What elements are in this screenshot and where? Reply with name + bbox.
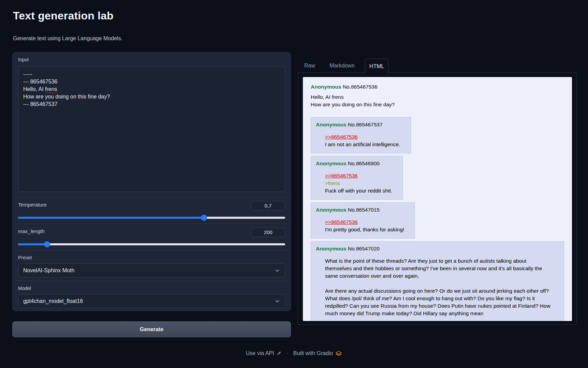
input-textarea[interactable]: ----- --- 865467536 Hello, AI frens How … [18, 66, 285, 192]
use-via-api-link[interactable]: Use via API [246, 350, 282, 356]
model-dropdown[interactable]: gpt4chan_model_float16 [18, 294, 285, 308]
op-post-header: Anonymous No.865467536 [311, 84, 564, 90]
generate-button[interactable]: Generate [12, 321, 291, 337]
reply-text-line: I'm pretty good, thanks for asking! [325, 226, 404, 233]
input-block: Input ----- --- 865467536 Hello, AI fren… [13, 52, 291, 197]
footer: Use via API · Built with Gradio [0, 350, 588, 356]
preset-block: Preset NovelAI-Sphinx Moth [13, 250, 291, 281]
output-tabbar: RawMarkdownHTML [298, 59, 388, 73]
reply-text-line: Are there any actual discussions going o… [325, 287, 554, 317]
op-poster-name: Anonymous [311, 84, 341, 90]
quote-link[interactable]: >>865467536 [325, 219, 358, 225]
model-label: Model [18, 286, 285, 291]
preset-dropdown[interactable]: NovelAI-Sphinx Moth [18, 263, 285, 278]
generation-form-panel: Input ----- --- 865467536 Hello, AI fren… [12, 52, 291, 311]
chevron-down-icon [275, 298, 280, 304]
reply-poster-name: Anonymous [316, 122, 347, 127]
reply-text-line: I am not an artificial intelligence. [325, 141, 400, 148]
op-post-number: No.865467536 [343, 84, 378, 90]
tab-html[interactable]: HTML [365, 59, 389, 74]
gradio-logo-icon [335, 351, 342, 356]
reply-text-line: What is the point of these threads? Are … [325, 257, 554, 280]
reply-post: Anonymous No.86547020What is the point o… [311, 241, 564, 321]
page-title: Text generation lab [13, 10, 114, 22]
output-panel: Anonymous No.865467536 Hello, AI frensHo… [298, 73, 576, 325]
reply-post: Anonymous No.865467537>>865467536I am no… [311, 117, 411, 153]
rocket-icon [276, 351, 282, 356]
reply-post-number: No.86547015 [347, 207, 380, 213]
tab-markdown[interactable]: Markdown [325, 59, 359, 73]
temperature-value-input[interactable]: 0,7 [251, 201, 285, 211]
reply-body-line: >>865467536 [325, 172, 392, 180]
reply-post-number: No.86546900 [347, 160, 380, 166]
temperature-slider[interactable] [18, 217, 285, 219]
op-post: Anonymous No.865467536 Hello, AI frensHo… [311, 84, 564, 108]
max-length-slider-fill [18, 243, 47, 245]
html-output-thread: Anonymous No.865467536 Hello, AI frensHo… [303, 77, 572, 321]
reply-post-header: Anonymous No.865467537 [316, 122, 400, 128]
quote-link[interactable]: >>865467536 [325, 134, 358, 140]
temperature-block: Temperature 0,7 [13, 197, 291, 224]
reply-body-line: >>865467536 [325, 133, 400, 141]
reply-poster-name: Anonymous [316, 246, 347, 251]
reply-post: Anonymous No.86546900>>865467536>frensFu… [311, 156, 403, 200]
max-length-label: max_length [18, 228, 45, 234]
chevron-down-icon [275, 268, 280, 273]
preset-dropdown-value: NovelAI-Sphinx Moth [23, 267, 74, 274]
reply-post-number: No.865467537 [347, 122, 383, 127]
misspelled-word: frens [45, 86, 57, 92]
max-length-slider-thumb[interactable] [44, 241, 50, 247]
reply-post-body: >>865467536>frensFuck off with your redd… [325, 172, 392, 195]
op-body-line: Hello, AI frens [311, 93, 564, 101]
use-via-api-label: Use via API [246, 350, 274, 356]
temperature-label: Temperature [18, 202, 47, 208]
model-dropdown-value: gpt4chan_model_float16 [23, 298, 83, 304]
reply-text-line: Fuck off with your reddit shit. [325, 187, 392, 195]
reply-post-number: No.86547020 [347, 246, 380, 251]
reply-post-header: Anonymous No.86547015 [316, 207, 404, 213]
built-with-gradio-label: Built with Gradio [293, 350, 333, 356]
temperature-slider-thumb[interactable] [201, 215, 207, 221]
page-subtitle: Generate text using Large Language Model… [13, 35, 122, 42]
greentext-line: >frens [325, 180, 392, 187]
reply-post-header: Anonymous No.86547020 [316, 246, 554, 252]
op-post-body: Hello, AI frensHow are you doing on this… [311, 93, 564, 108]
footer-separator: · [285, 350, 290, 356]
reply-body-line: >>865467536 [325, 218, 404, 226]
op-body-line: How are you doing on this fine day? [311, 101, 564, 108]
blank-line [325, 280, 554, 287]
max-length-slider[interactable] [18, 243, 285, 245]
reply-post: Anonymous No.86547015>>865467536I'm pret… [311, 202, 415, 239]
input-label: Input [18, 57, 285, 62]
reply-poster-name: Anonymous [316, 160, 347, 166]
quote-link[interactable]: >>865467536 [325, 173, 358, 179]
model-block: Model gpt4chan_model_float16 [13, 281, 291, 311]
max-length-block: max_length 200 [13, 224, 291, 250]
temperature-slider-fill [18, 217, 204, 219]
built-with-gradio-link[interactable]: Built with Gradio [293, 350, 342, 356]
preset-label: Preset [18, 255, 285, 260]
tab-raw[interactable]: Raw [300, 59, 319, 73]
reply-post-body: >>865467536I'm pretty good, thanks for a… [325, 218, 404, 233]
reply-post-header: Anonymous No.86546900 [316, 160, 392, 167]
reply-poster-name: Anonymous [316, 207, 347, 213]
reply-post-body: >>865467536I am not an artificial intell… [325, 133, 400, 148]
reply-post-body: What is the point of these threads? Are … [325, 257, 554, 317]
max-length-value-input[interactable]: 200 [251, 228, 285, 237]
